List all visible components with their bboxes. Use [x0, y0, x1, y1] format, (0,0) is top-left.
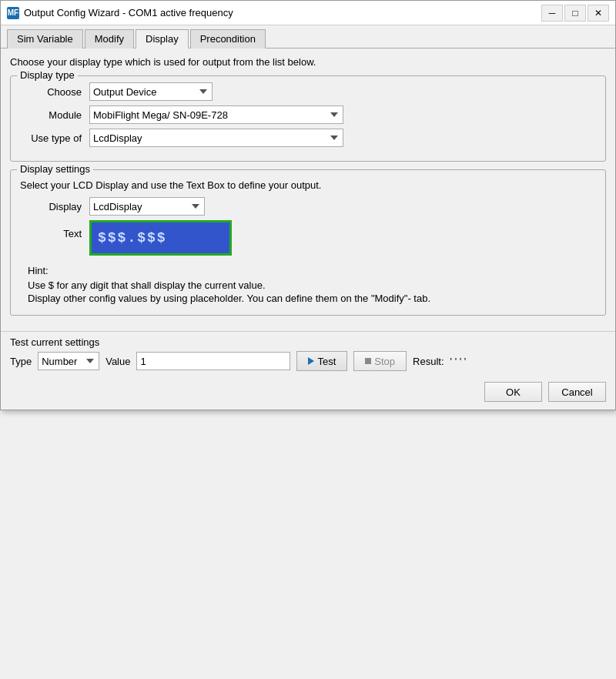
choose-select[interactable]: Output Device LED Display Servo Stepper: [89, 82, 213, 101]
test-row: Type Number String Value Test Stop Resul…: [10, 351, 606, 371]
module-select[interactable]: MobiFlight Mega/ SN-09E-728: [89, 105, 343, 124]
hint-section: Hint: Use $ for any digit that shall dis…: [20, 265, 596, 304]
display-settings-intro: Select your LCD Display and use the Text…: [20, 179, 596, 191]
text-label: Text: [20, 220, 89, 239]
cancel-button[interactable]: Cancel: [548, 382, 606, 402]
stop-icon: [365, 358, 371, 364]
text-row: Text $$$.$$$: [20, 220, 596, 256]
main-content: Choose your display type which is used f…: [1, 48, 615, 331]
choose-control: Output Device LED Display Servo Stepper: [89, 82, 596, 101]
use-type-row: Use type of LcdDisplay LED Servo: [20, 129, 596, 147]
type-select[interactable]: Number String: [38, 352, 99, 370]
result-label: Result:: [413, 356, 444, 367]
display-type-group: Display type Choose Output Device LED Di…: [10, 75, 606, 162]
display-type-group-title: Display type: [17, 69, 78, 81]
test-section-title: Test current settings: [10, 336, 606, 348]
choose-row: Choose Output Device LED Display Servo S…: [20, 82, 596, 101]
test-button[interactable]: Test: [296, 351, 347, 371]
ok-cancel-row: OK Cancel: [1, 377, 615, 410]
result-value: ' ' ' ': [450, 356, 467, 367]
use-type-label: Use type of: [20, 132, 89, 144]
minimize-button[interactable]: ─: [541, 5, 563, 22]
module-label: Module: [20, 109, 89, 121]
tab-bar: Sim Variable Modify Display Precondition: [1, 25, 615, 48]
ok-button[interactable]: OK: [484, 382, 542, 402]
value-label: Value: [105, 356, 130, 367]
display-select[interactable]: LcdDisplay: [89, 197, 205, 216]
value-input[interactable]: [136, 352, 290, 370]
window-controls: ─ □ ✕: [541, 5, 609, 22]
test-section: Test current settings Type Number String…: [1, 331, 615, 377]
lcd-text: $$$.$$$: [98, 230, 167, 246]
display-control: LcdDisplay: [89, 197, 596, 216]
tab-display[interactable]: Display: [136, 29, 189, 48]
choose-label: Choose: [20, 86, 89, 98]
app-icon: MF: [7, 7, 19, 19]
display-settings-group-title: Display settings: [17, 163, 93, 175]
tab-precondition[interactable]: Precondition: [190, 29, 266, 48]
display-settings-group: Display settings Select your LCD Display…: [10, 169, 606, 316]
use-type-select[interactable]: LcdDisplay LED Servo: [89, 129, 343, 147]
display-row: Display LcdDisplay: [20, 197, 596, 216]
title-bar-left: MF Output Config Wizard - COM1 active fr…: [7, 7, 233, 19]
maximize-button[interactable]: □: [564, 5, 586, 22]
intro-text: Choose your display type which is used f…: [10, 56, 606, 68]
play-icon: [308, 357, 314, 365]
module-row: Module MobiFlight Mega/ SN-09E-728: [20, 105, 596, 124]
type-label: Type: [10, 356, 32, 367]
hint-text-2: Display other config values by using pla…: [28, 293, 596, 304]
module-control: MobiFlight Mega/ SN-09E-728: [89, 105, 596, 124]
window-title: Output Config Wizard - COM1 active frequ…: [24, 7, 233, 18]
tab-sim-variable[interactable]: Sim Variable: [7, 29, 83, 48]
hint-text-1: Use $ for any digit that shall display t…: [28, 279, 596, 291]
use-type-control: LcdDisplay LED Servo: [89, 129, 596, 147]
title-bar: MF Output Config Wizard - COM1 active fr…: [1, 1, 615, 25]
main-window: MF Output Config Wizard - COM1 active fr…: [0, 0, 616, 410]
close-button[interactable]: ✕: [588, 5, 609, 22]
display-label: Display: [20, 201, 89, 212]
stop-button[interactable]: Stop: [353, 351, 407, 371]
tab-modify[interactable]: Modify: [85, 29, 134, 48]
hint-title: Hint:: [28, 265, 596, 276]
lcd-display[interactable]: $$$.$$$: [89, 220, 232, 256]
